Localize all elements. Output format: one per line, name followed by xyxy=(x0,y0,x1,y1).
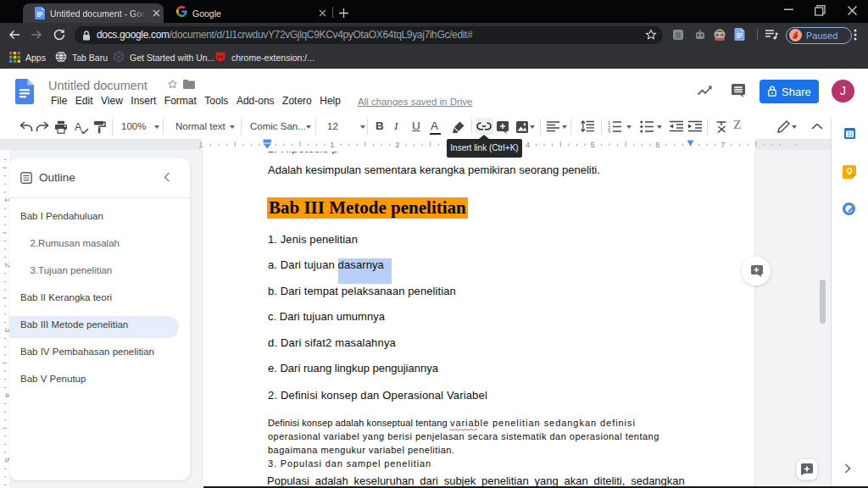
svg-text:2: 2 xyxy=(395,140,399,149)
svg-text:1: 1 xyxy=(198,140,203,149)
svg-text:4: 4 xyxy=(3,393,9,397)
svg-text:1: 1 xyxy=(330,140,334,149)
svg-text:1: 1 xyxy=(3,197,9,202)
svg-text:6: 6 xyxy=(655,140,659,149)
svg-text:3: 3 xyxy=(3,328,9,332)
svg-text:5: 5 xyxy=(3,458,9,463)
svg-text:7: 7 xyxy=(721,140,725,149)
svg-text:2: 2 xyxy=(3,263,9,267)
svg-text:5: 5 xyxy=(591,140,595,149)
svg-text:31: 31 xyxy=(847,131,854,137)
svg-text:4: 4 xyxy=(526,140,530,149)
